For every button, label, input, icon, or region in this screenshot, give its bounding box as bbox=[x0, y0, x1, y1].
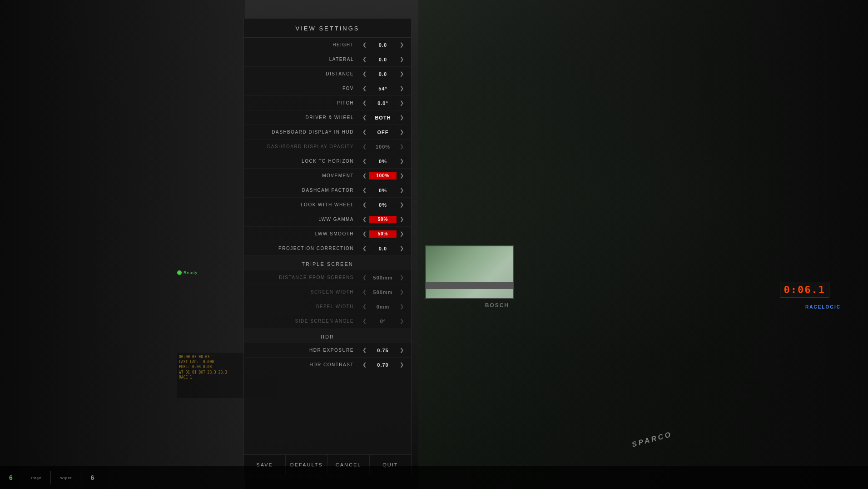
dashcam-right-arrow[interactable]: ❯ bbox=[397, 187, 406, 193]
lateral-row: LATERAL ❮ 0.0 ❯ bbox=[244, 52, 411, 67]
driver-wheel-left-arrow[interactable]: ❮ bbox=[360, 115, 368, 120]
driver-wheel-right-arrow[interactable]: ❯ bbox=[397, 115, 406, 120]
side-angle-left-arrow: ❮ bbox=[360, 318, 368, 324]
proj-correction-right-arrow[interactable]: ❯ bbox=[397, 245, 406, 251]
movement-left-arrow[interactable]: ❮ bbox=[360, 173, 368, 179]
lateral-label: LATERAL bbox=[249, 57, 360, 62]
fov-left-arrow[interactable]: ❮ bbox=[360, 85, 368, 91]
movement-right-arrow[interactable]: ❯ bbox=[397, 173, 406, 179]
look-wheel-label: LOOK WITH WHEEL bbox=[249, 202, 360, 207]
hdr-exposure-right-arrow[interactable]: ❯ bbox=[397, 347, 406, 353]
pitch-value: 0.0° bbox=[368, 100, 397, 106]
hdr-contrast-left-arrow[interactable]: ❮ bbox=[360, 362, 368, 368]
hdr-contrast-right-arrow[interactable]: ❯ bbox=[397, 362, 406, 368]
hdr-contrast-value: 0.70 bbox=[368, 362, 397, 368]
pitch-left-arrow[interactable]: ❮ bbox=[360, 100, 368, 106]
look-wheel-right-arrow[interactable]: ❯ bbox=[397, 202, 406, 208]
bezel-width-row: BEZEL WIDTH ❮ 0mm ❯ bbox=[244, 299, 411, 314]
lateral-value: 0.0 bbox=[368, 57, 397, 62]
lww-gamma-value: 50% bbox=[377, 217, 388, 222]
driver-wheel-control: ❮ BOTH ❯ bbox=[360, 115, 406, 120]
dist-screens-left-arrow: ❮ bbox=[360, 274, 368, 280]
dashboard-opacity-right-arrow: ❯ bbox=[397, 144, 406, 150]
triple-screen-label: TRIPLE SCREEN bbox=[302, 261, 353, 267]
gear2-value: 6 bbox=[90, 474, 94, 481]
bezel-width-left-arrow: ❮ bbox=[360, 304, 368, 309]
pitch-row: PITCH ❮ 0.0° ❯ bbox=[244, 96, 411, 110]
look-wheel-row: LOOK WITH WHEEL ❮ 0% ❯ bbox=[244, 198, 411, 212]
pitch-right-arrow[interactable]: ❯ bbox=[397, 100, 406, 106]
dist-screens-row: DISTANCE FROM SCREENS ❮ 500mm ❯ bbox=[244, 270, 411, 285]
screen-width-row: SCREEN WIDTH ❮ 500mm ❯ bbox=[244, 285, 411, 299]
lww-smooth-left-arrow[interactable]: ❮ bbox=[360, 231, 368, 237]
hdr-exposure-control: ❮ 0.75 ❯ bbox=[360, 347, 406, 353]
gear-indicator: 6 bbox=[9, 474, 13, 481]
dashcam-control: ❮ 0% ❯ bbox=[360, 187, 406, 193]
lock-horizon-right-arrow[interactable]: ❯ bbox=[397, 158, 406, 164]
dashboard-hud-right-arrow[interactable]: ❯ bbox=[397, 129, 406, 135]
hdr-exposure-label: HDR EXPOSURE bbox=[249, 348, 360, 353]
fov-right-arrow[interactable]: ❯ bbox=[397, 85, 406, 91]
pitch-label: PITCH bbox=[249, 100, 360, 105]
screen-width-right-arrow: ❯ bbox=[397, 289, 406, 295]
look-wheel-left-arrow[interactable]: ❮ bbox=[360, 202, 368, 208]
dashboard-hud-left-arrow[interactable]: ❮ bbox=[360, 129, 368, 135]
settings-list: HEIGHT ❮ 0.0 ❯ LATERAL ❮ 0.0 ❯ DISTANCE … bbox=[244, 38, 411, 454]
look-wheel-control: ❮ 0% ❯ bbox=[360, 202, 406, 208]
ready-indicator: Ready bbox=[177, 270, 198, 275]
distance-left-arrow[interactable]: ❮ bbox=[360, 71, 368, 77]
lateral-left-arrow[interactable]: ❮ bbox=[360, 56, 368, 62]
lock-horizon-row: LOCK TO HORIZON ❮ 0% ❯ bbox=[244, 154, 411, 169]
lww-smooth-label: LWW SMOOTH bbox=[249, 231, 360, 236]
screen-width-left-arrow: ❮ bbox=[360, 289, 368, 295]
dashboard-hud-label: DASHBOARD DISPLAY IN HUD bbox=[249, 130, 360, 135]
track-display bbox=[425, 245, 514, 299]
lww-smooth-right-arrow[interactable]: ❯ bbox=[397, 231, 406, 237]
height-value: 0.0 bbox=[368, 42, 397, 48]
side-angle-label: SIDE SCREEN ANGLE bbox=[249, 319, 360, 324]
dashboard-opacity-label: DASHBOARD DISPLAY OPACITY bbox=[249, 144, 360, 149]
bezel-width-value: 0mm bbox=[368, 304, 397, 309]
hud-separator-1 bbox=[22, 471, 22, 484]
movement-value: 100% bbox=[376, 173, 390, 178]
fov-label: FOV bbox=[249, 86, 360, 91]
dashcam-left-arrow[interactable]: ❮ bbox=[360, 187, 368, 193]
screen-width-value: 500mm bbox=[368, 289, 397, 295]
side-angle-value: 0° bbox=[368, 319, 397, 324]
distance-label: DISTANCE bbox=[249, 71, 360, 76]
dashboard-opacity-left-arrow: ❮ bbox=[360, 144, 368, 150]
lock-horizon-label: LOCK TO HORIZON bbox=[249, 159, 360, 164]
distance-control: ❮ 0.0 ❯ bbox=[360, 71, 406, 77]
dist-screens-control: ❮ 500mm ❯ bbox=[360, 274, 406, 280]
lww-smooth-value: 50% bbox=[377, 231, 388, 236]
hdr-header: HDR bbox=[244, 329, 411, 343]
side-angle-control: ❮ 0° ❯ bbox=[360, 318, 406, 324]
ready-text: Ready bbox=[184, 270, 198, 275]
hud-separator-2 bbox=[50, 471, 51, 484]
hdr-contrast-row: HDR CONTRAST ❮ 0.70 ❯ bbox=[244, 358, 411, 372]
lww-gamma-left-arrow[interactable]: ❮ bbox=[360, 216, 368, 222]
proj-correction-row: PROJECTION CORRECTION ❮ 0.0 ❯ bbox=[244, 241, 411, 256]
hdr-contrast-control: ❮ 0.70 ❯ bbox=[360, 362, 406, 368]
lww-gamma-bar-fill: 50% bbox=[369, 216, 397, 223]
hdr-exposure-value: 0.75 bbox=[368, 348, 397, 353]
distance-right-arrow[interactable]: ❯ bbox=[397, 71, 406, 77]
height-left-arrow[interactable]: ❮ bbox=[360, 42, 368, 48]
settings-panel: VIEW SETTINGS HEIGHT ❮ 0.0 ❯ LATERAL ❮ 0… bbox=[243, 18, 412, 475]
height-row: HEIGHT ❮ 0.0 ❯ bbox=[244, 38, 411, 52]
proj-correction-left-arrow[interactable]: ❮ bbox=[360, 245, 368, 251]
driver-wheel-row: DRIVER & WHEEL ❮ BOTH ❯ bbox=[244, 110, 411, 125]
proj-correction-value: 0.0 bbox=[368, 246, 397, 251]
lww-gamma-right-arrow[interactable]: ❯ bbox=[397, 216, 406, 222]
hdr-contrast-label: HDR CONTRAST bbox=[249, 362, 360, 367]
lock-horizon-left-arrow[interactable]: ❮ bbox=[360, 158, 368, 164]
look-wheel-value: 0% bbox=[368, 202, 397, 208]
movement-bar: 100% bbox=[368, 172, 397, 180]
lateral-right-arrow[interactable]: ❯ bbox=[397, 56, 406, 62]
lww-smooth-control: ❮ 50% ❯ bbox=[360, 230, 406, 238]
hdr-exposure-left-arrow[interactable]: ❮ bbox=[360, 347, 368, 353]
lww-smooth-bar: 50% bbox=[368, 230, 397, 238]
page-indicator: Page bbox=[31, 476, 42, 480]
height-right-arrow[interactable]: ❯ bbox=[397, 42, 406, 48]
gear2-indicator: 6 bbox=[90, 474, 94, 481]
